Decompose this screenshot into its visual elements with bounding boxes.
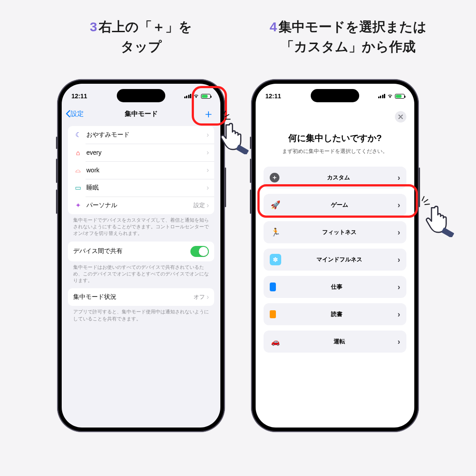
dynamic-island bbox=[311, 89, 359, 102]
chevron-right-icon: › bbox=[207, 131, 209, 139]
focus-modes-footer: 集中モードでデバイスをカスタマイズして、着信と通知を知らされないようにすることが… bbox=[62, 214, 220, 238]
focus-status-row[interactable]: 集中モード状況 オフ › bbox=[68, 288, 214, 306]
focus-mode-row-personal[interactable]: ✦ パーソナル 設定 › bbox=[68, 197, 214, 214]
status-time: 12:11 bbox=[71, 93, 98, 100]
badge-icon bbox=[270, 283, 276, 291]
mindfulness-icon: ✽ bbox=[270, 254, 281, 265]
signal-icon bbox=[184, 94, 192, 98]
add-button[interactable]: ＋ bbox=[203, 108, 214, 119]
chevron-right-icon: › bbox=[207, 293, 209, 301]
modal-title: 何に集中したいですか? bbox=[256, 132, 414, 144]
wifi-icon bbox=[387, 93, 393, 99]
bed-icon: ▭ bbox=[73, 184, 83, 192]
chevron-right-icon: › bbox=[398, 337, 400, 346]
signal-icon bbox=[378, 94, 386, 98]
battery-icon bbox=[201, 94, 211, 99]
rocket-icon: 🚀 bbox=[270, 199, 281, 211]
navbar: 設定 集中モード ＋ bbox=[62, 105, 220, 123]
chevron-right-icon: › bbox=[207, 149, 209, 156]
step3-number: 3 bbox=[90, 19, 97, 34]
focus-modes-list: ☾ おやすみモード › ⌂ every › ⌓ work › ▭ 睡眠 bbox=[68, 126, 214, 214]
share-footer: 集中モードはお使いのすべてのデバイスで共有されているため、このデバイスでオンにす… bbox=[62, 261, 220, 285]
share-across-devices-row[interactable]: デバイス間で共有 bbox=[68, 242, 214, 261]
option-fitness[interactable]: 🏃 フィットネス › bbox=[264, 221, 406, 243]
chevron-right-icon: › bbox=[398, 283, 400, 292]
wifi-icon bbox=[193, 93, 199, 99]
svg-rect-0 bbox=[236, 145, 249, 154]
chevron-right-icon: › bbox=[207, 166, 209, 174]
status-time: 12:11 bbox=[265, 93, 292, 100]
step3-heading: 3右上の「＋」を タップ bbox=[46, 17, 236, 56]
chevron-right-icon: › bbox=[398, 228, 400, 237]
dynamic-island bbox=[117, 89, 165, 102]
navbar-title: 集中モード bbox=[125, 110, 158, 118]
step4-number: 4 bbox=[270, 19, 277, 34]
focus-mode-row-sleep[interactable]: ▭ 睡眠 › bbox=[68, 179, 214, 197]
svg-rect-1 bbox=[441, 227, 454, 237]
modal-subtitle: まず初めに集中モードを選択してください。 bbox=[256, 148, 414, 155]
option-reading[interactable]: 読書 › bbox=[264, 303, 406, 325]
option-work[interactable]: 仕事 › bbox=[264, 276, 406, 298]
focus-mode-row-sleep-dnd[interactable]: ☾ おやすみモード › bbox=[68, 126, 214, 144]
chevron-right-icon: › bbox=[398, 201, 400, 210]
pointer-hand-icon bbox=[420, 197, 459, 237]
status-footer: アプリで許可すると、集中モード使用中は通知されないようにしていることを共有できま… bbox=[62, 306, 220, 323]
option-game[interactable]: 🚀 ゲーム › bbox=[264, 194, 406, 216]
share-toggle[interactable] bbox=[190, 246, 209, 257]
step4-heading: 4集中モードを選択または 「カスタム」から作成 bbox=[238, 17, 458, 56]
phone-right: 12:11 何に集中したいですか? まず初めに集中モードを選択してください。 ＋… bbox=[251, 79, 419, 432]
book-icon bbox=[270, 310, 276, 318]
back-button[interactable]: 設定 bbox=[65, 110, 84, 118]
option-mindfulness[interactable]: ✽ マインドフルネス › bbox=[264, 249, 406, 271]
status-group: 集中モード状況 オフ › bbox=[68, 288, 214, 306]
moon-icon: ☾ bbox=[73, 131, 83, 139]
running-icon: 🏃 bbox=[270, 227, 281, 238]
plus-circle-icon: ＋ bbox=[270, 173, 279, 182]
focus-mode-row-work[interactable]: ⌓ work › bbox=[68, 161, 214, 179]
chevron-right-icon: › bbox=[207, 184, 209, 192]
battery-icon bbox=[395, 94, 405, 99]
chevron-left-icon bbox=[65, 110, 71, 118]
home-icon: ⌂ bbox=[73, 149, 83, 156]
chevron-right-icon: › bbox=[398, 173, 400, 182]
chevron-right-icon: › bbox=[207, 201, 209, 209]
close-button[interactable] bbox=[395, 111, 406, 123]
share-group: デバイス間で共有 bbox=[68, 242, 214, 261]
focus-mode-row-every[interactable]: ⌂ every › bbox=[68, 144, 214, 161]
option-custom[interactable]: ＋ カスタム › bbox=[264, 167, 406, 189]
close-icon bbox=[398, 115, 403, 119]
headphones-icon: ⌓ bbox=[73, 166, 83, 174]
phone-left: 12:11 設定 集中モード ＋ ☾ おやすみモード bbox=[57, 79, 225, 432]
chevron-right-icon: › bbox=[398, 310, 400, 319]
car-icon: 🚗 bbox=[270, 336, 281, 347]
option-driving[interactable]: 🚗 運転 › bbox=[264, 331, 406, 353]
chevron-right-icon: › bbox=[398, 255, 400, 264]
person-icon: ✦ bbox=[73, 201, 83, 209]
